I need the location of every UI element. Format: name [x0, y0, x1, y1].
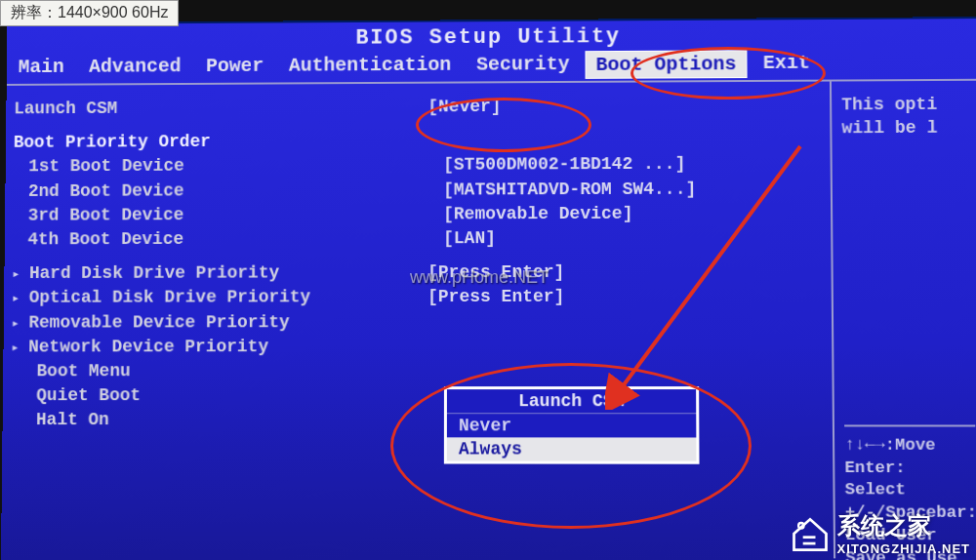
menu-tab-main[interactable]: Main: [9, 54, 74, 82]
keyhelp-line: Enter: Select: [844, 457, 976, 502]
annotation-circle-never: [416, 98, 591, 152]
setting-boot-menu[interactable]: Boot Menu: [11, 359, 824, 384]
boot-device-row-4[interactable]: 4th Boot Device[LAN]: [13, 225, 824, 252]
submenu-network-device-priority[interactable]: Network Device Priority: [11, 334, 824, 359]
keyhelp-line: ↑↓←→:Move: [844, 434, 975, 457]
menu-bar: MainAdvancedPowerAuthenticationSecurityB…: [7, 49, 976, 82]
monitor-resolution-sticker: 辨率：1440×900 60Hz: [0, 0, 179, 26]
boot-device-row-2[interactable]: 2nd Boot Device[MATSHITADVD-ROM SW4...]: [13, 177, 823, 204]
help-line-1: This opti: [841, 93, 971, 117]
watermark-phome: www.pHome.NET: [410, 267, 549, 288]
menu-tab-authentication[interactable]: Authentication: [279, 52, 461, 81]
annotation-circle-tab: [630, 47, 826, 100]
menu-tab-security[interactable]: Security: [467, 51, 579, 79]
submenu-removable-device-priority[interactable]: Removable Device Priority: [12, 309, 824, 335]
menu-tab-advanced[interactable]: Advanced: [79, 53, 190, 81]
launch-csm-label: Launch CSM: [14, 96, 427, 122]
help-line-2: will be l: [841, 116, 971, 140]
boot-device-row-3[interactable]: 3rd Boot Device[Removable Device]: [13, 201, 823, 228]
watermark-xitongzhijia: 系统之家 XITONGZHIJIA.NET: [789, 510, 970, 556]
help-pane: This opti will be l ↑↓←→:MoveEnter: Sele…: [830, 81, 976, 559]
boot-device-row-1[interactable]: 1st Boot Device[ST500DM002-1BD142 ...]: [13, 152, 822, 180]
submenu-optical-disk-drive-priority[interactable]: Optical Disk Drive Priority[Press Enter]: [12, 285, 824, 311]
house-icon: [789, 512, 832, 555]
menu-tab-power[interactable]: Power: [196, 53, 273, 81]
annotation-circle-popup: [390, 363, 752, 529]
